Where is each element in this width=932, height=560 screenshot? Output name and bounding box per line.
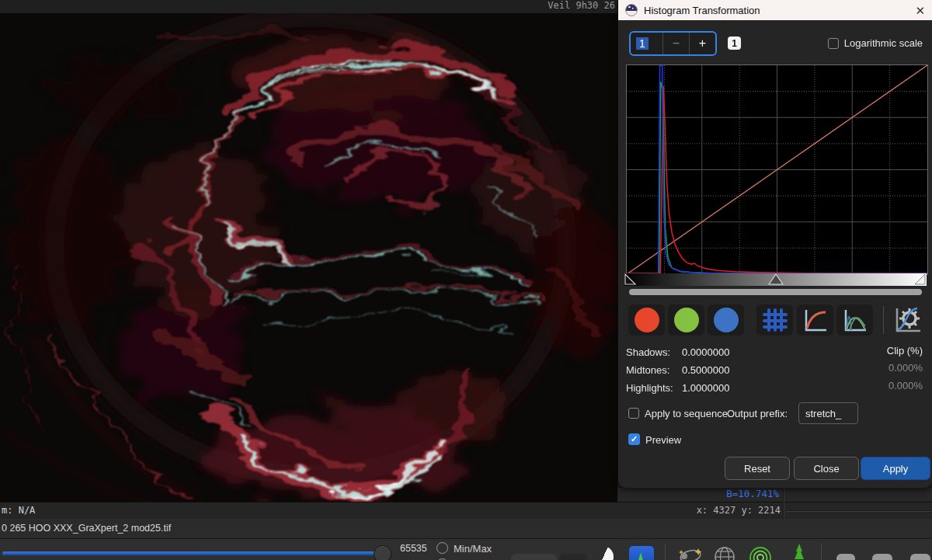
green-channel-button[interactable] [668,304,704,336]
display-range-slider[interactable] [2,551,377,555]
logarithmic-scale-checkbox[interactable] [828,38,839,49]
siril-logo-icon [625,4,638,16]
apply-button[interactable]: Apply [861,457,930,480]
spinbox-value[interactable]: 1 [631,33,662,54]
close-button[interactable]: Close [794,457,859,480]
grid-toggle-button[interactable] [756,304,793,336]
pixel-readout-strip: B=10.741% [617,488,932,502]
grid-icon [762,308,788,332]
image-display-spike [637,552,645,560]
shadows-value[interactable]: 0.0000000 [682,346,729,358]
output-prefix-label: Output prefix: [727,408,788,419]
shadows-marker[interactable] [624,273,637,286]
dialog-titlebar[interactable]: Histogram Transformation ✕ [618,0,932,20]
curve-icon [802,308,829,332]
highlights-label: Highlights: [626,382,673,394]
curve-toggle-button[interactable] [797,304,833,336]
siril-app-window: Veil 9h30 26 [0,0,932,560]
autostretch-button[interactable] [892,304,923,336]
image-canvas[interactable] [0,13,617,502]
blue-channel-icon [714,308,739,332]
clip-percent-label: Clip (%) [887,345,923,357]
midtones-value[interactable]: 0.5000000 [682,364,729,376]
highlights-value[interactable]: 1.0000000 [682,382,729,394]
red-channel-icon [635,308,659,332]
value-badge: 1 [728,37,741,50]
hi-value-label: 65535 [400,543,427,554]
shadows-label: Shadows: [626,346,670,358]
autostretch-gear-icon [892,306,922,334]
button-divider [883,306,884,334]
tree-icon[interactable] [792,544,806,560]
globe-icon[interactable] [713,545,736,560]
apply-to-sequence-checkbox[interactable] [628,408,639,419]
clip-highlights-value: 0.000% [889,380,923,391]
minmax-radio-label: Min/Max [454,543,492,555]
histogram-plot [627,65,927,274]
histogram-scrollbar[interactable] [629,289,922,295]
blue-channel-button[interactable] [708,304,744,336]
status-left-info: m: N/A [2,505,35,516]
display-range-slider-handle[interactable] [374,545,391,560]
gray-tool-button-2[interactable] [872,554,892,560]
minmax-radio[interactable] [436,542,448,554]
pixel-value-blue: B=10.741% [726,488,779,499]
green-channel-icon [674,308,699,332]
dialog-title: Histogram Transformation [644,5,760,16]
cursor-coordinates: x: 4327 y: 2214 [697,505,781,516]
midtones-label: Midtones: [626,364,669,376]
close-icon[interactable]: ✕ [915,5,925,16]
preview-checkbox[interactable]: ✓ [628,433,640,445]
comet-tool-icon[interactable] [677,545,704,560]
status-row-filename: 0 265 HOO XXX_GraXpert_2 mod25.tif [0,519,932,538]
image-display-icon[interactable] [629,546,654,560]
apply-to-sequence-label: Apply to sequence [645,408,728,419]
annotations-rings-icon[interactable] [748,545,773,560]
preview-check-icon: ✓ [631,434,638,444]
toolbar-divider-2 [821,544,822,560]
red-channel-button[interactable] [628,304,665,336]
log-scale-row: Logarithmic scale [828,37,923,49]
current-filename: 0 265 HOO XXX_GraXpert_2 mod25.tif [2,523,171,534]
spinbox-minus-button[interactable]: − [662,33,689,54]
preview-label: Preview [645,434,681,446]
main-window-title: Veil 9h30 26 [0,0,617,13]
midtones-marker[interactable] [768,273,784,286]
histogram-plot-frame[interactable] [626,64,928,275]
tone-mapping-bar[interactable] [624,273,927,286]
output-prefix-input[interactable] [798,402,858,424]
highlights-marker[interactable] [914,273,927,286]
bottom-toolbar: 65535 Min/Max [0,538,932,560]
histogram-toggle-button[interactable] [836,304,873,336]
display-mode-button[interactable] [511,554,557,560]
negative-view-icon[interactable] [592,546,614,560]
histogram-curves-icon [842,308,868,332]
reset-button[interactable]: Reset [725,457,790,480]
logarithmic-scale-label: Logarithmic scale [844,37,923,49]
sequence-row: Apply to sequence Output prefix: [628,402,927,426]
status-horizontal-groove [786,510,932,512]
gray-tool-button-1[interactable] [836,554,855,560]
nebula-image [0,13,617,502]
clip-shadows-value: 0.000% [889,362,923,374]
main-window-title-text: Veil 9h30 26 [548,0,615,11]
degree-spinbox[interactable]: 1 − + [629,31,717,56]
toolbar-divider-1 [665,544,666,560]
spinbox-plus-button[interactable]: + [689,33,715,54]
histogram-transformation-dialog: Histogram Transformation ✕ 1 − + 1 Logar… [617,0,932,488]
gray-tool-button-3[interactable] [910,554,930,560]
zoom-mode-button[interactable] [559,554,587,560]
